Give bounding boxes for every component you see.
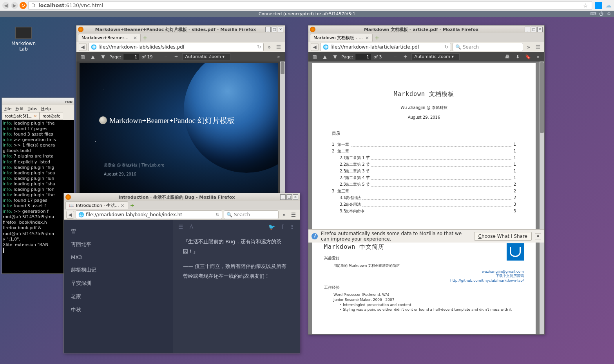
- sidebar-item[interactable]: 再回北平: [64, 238, 173, 251]
- zoom-in-icon[interactable]: +: [172, 53, 180, 60]
- url-bar[interactable]: 🌐 file:///markdown-lab/book/_book/index.…: [76, 210, 222, 219]
- url-bar[interactable]: 🌐 file:///markdown-lab/slides/slides.pdf…: [88, 43, 264, 51]
- tab-close-icon[interactable]: ✕: [133, 35, 137, 41]
- desktop-icon-markdown-lab[interactable]: Markdown Lab: [8, 27, 39, 52]
- page-number-input[interactable]: [355, 54, 371, 60]
- scrollbar[interactable]: [280, 62, 285, 209]
- download-icon[interactable]: ⬇: [514, 53, 522, 60]
- vnc-power-icon[interactable]: ⏻: [598, 11, 604, 17]
- minimize-button[interactable]: _: [525, 27, 530, 32]
- terminal-tab-1[interactable]: root@afc5f1...✕: [2, 112, 40, 120]
- window-titlebar[interactable]: Introduction · 生活不止眼前的 Bug - Mozilla Fir…: [64, 193, 300, 201]
- new-tab-button[interactable]: +: [129, 202, 136, 208]
- menu-edit[interactable]: Edit: [15, 106, 24, 111]
- tab-close-icon[interactable]: ✕: [34, 114, 37, 118]
- new-tab-button[interactable]: +: [373, 34, 380, 41]
- overflow-button[interactable]: »: [280, 211, 288, 219]
- font-icon[interactable]: A: [190, 224, 194, 230]
- terminal-tabs: root@afc5f1...✕ root@afc: [2, 112, 74, 120]
- search-bar[interactable]: 🔍 Search: [224, 210, 279, 219]
- resume-link[interactable]: 下载中文简历源码: [324, 273, 524, 279]
- zoom-select[interactable]: Automatic Zoom ▾: [182, 53, 230, 60]
- vnc-settings-icon[interactable]: ⚙: [606, 11, 612, 17]
- chrome-extension-icon[interactable]: [595, 2, 602, 9]
- terminal-titlebar[interactable]: roo: [2, 98, 74, 105]
- browser-tab[interactable]: 📖 Introduction · 生活... ✕: [65, 201, 128, 209]
- chrome-back-button[interactable]: ◀: [2, 2, 9, 9]
- close-button[interactable]: ✕: [278, 27, 283, 32]
- pdf-viewport[interactable]: Markdown 文档模板 Wu Zhangjin @ 泰晓科技 August …: [308, 62, 544, 334]
- menu-help[interactable]: Help: [41, 106, 51, 111]
- terminal-tab-2[interactable]: root@afc: [40, 112, 63, 120]
- maximize-button[interactable]: □: [531, 27, 536, 32]
- chrome-url-bar[interactable]: 🗋 localhost:6130/vnc.html ☆: [28, 1, 592, 10]
- choose-share-button[interactable]: Choose What I Share: [474, 232, 532, 241]
- close-button[interactable]: ✕: [537, 27, 543, 32]
- window-titlebar[interactable]: Markdown 文档模板 - article.pdf - Mozilla Fi…: [308, 25, 544, 33]
- zoom-out-icon[interactable]: −: [162, 53, 170, 60]
- toc-row: 3.2命令用法3: [332, 201, 516, 208]
- share-icon[interactable]: ⇪: [290, 224, 294, 230]
- chrome-forward-button[interactable]: ▶: [11, 2, 18, 9]
- menu-button[interactable]: ☰: [275, 43, 283, 51]
- vnc-keyboard-icon[interactable]: ⌨: [590, 11, 596, 17]
- print-icon[interactable]: 🖶: [504, 53, 511, 60]
- url-bar[interactable]: 🌐 file:///markdown-lab/article/article.p…: [320, 43, 451, 51]
- back-button[interactable]: ◀: [79, 43, 87, 51]
- overflow-button[interactable]: »: [525, 43, 532, 51]
- pdf-tools-icon[interactable]: »: [275, 53, 283, 60]
- menu-button[interactable]: ☰: [534, 43, 542, 51]
- close-button[interactable]: ✕: [293, 194, 298, 200]
- back-button[interactable]: ◀: [311, 43, 319, 51]
- reload-icon[interactable]: ↻: [444, 44, 448, 50]
- overflow-button[interactable]: »: [265, 43, 273, 51]
- chrome-reload-button[interactable]: ↻: [20, 2, 27, 9]
- pdf-tools-icon[interactable]: »: [534, 53, 542, 60]
- hamburger-icon[interactable]: ☰: [178, 224, 183, 230]
- sidebar-item[interactable]: 雪: [64, 225, 173, 238]
- scrollbar[interactable]: [540, 62, 544, 334]
- menu-tabs[interactable]: Tabs: [28, 106, 37, 111]
- pdf-viewport[interactable]: Markdown+Beamer+Pandoc 幻灯片模板 吴章金 @ 泰晓科技 …: [76, 62, 285, 209]
- new-tab-button[interactable]: +: [141, 34, 149, 41]
- facebook-icon[interactable]: f: [281, 224, 283, 230]
- maximize-button[interactable]: □: [286, 194, 292, 200]
- page-number-input[interactable]: [123, 54, 139, 60]
- menu-file[interactable]: File: [4, 106, 11, 111]
- sidebar-item[interactable]: 早安深圳: [64, 277, 173, 290]
- browser-tab[interactable]: Markdown+Beamer+... ✕: [78, 34, 141, 42]
- sidebar-item[interactable]: 中秋: [64, 303, 173, 317]
- sidebar-item[interactable]: 爬梧桐山记: [64, 263, 173, 277]
- minimize-button[interactable]: _: [280, 194, 286, 200]
- maximize-button[interactable]: □: [272, 27, 277, 32]
- zoom-select[interactable]: Automatic Zoom ▾: [411, 53, 460, 60]
- menu-button[interactable]: ☰: [290, 211, 297, 219]
- reload-icon[interactable]: ↻: [257, 44, 261, 50]
- window-titlebar[interactable]: Markdown+Beamer+Pandoc 幻灯片模板 - slides.pd…: [76, 25, 285, 33]
- page-up-icon[interactable]: ▲: [321, 53, 329, 60]
- reload-icon[interactable]: ↻: [216, 212, 219, 217]
- page-down-icon[interactable]: ▼: [331, 53, 339, 60]
- back-button[interactable]: ◀: [66, 211, 74, 219]
- bookmark-icon[interactable]: 🔖: [524, 53, 532, 60]
- sidebar-item[interactable]: MX3: [64, 251, 173, 263]
- bookmark-star-icon[interactable]: ☆: [583, 2, 589, 9]
- tab-close-icon[interactable]: ✕: [121, 203, 125, 208]
- page-down-icon[interactable]: ▼: [99, 53, 107, 60]
- resume-link[interactable]: http://github.com/tinyclub/markdown-lab/: [324, 279, 524, 283]
- sidebar-toggle-icon[interactable]: ▥: [79, 53, 87, 60]
- sidebar-toggle-icon[interactable]: ▥: [311, 53, 319, 60]
- minimize-button[interactable]: _: [265, 27, 271, 32]
- notification-close-icon[interactable]: ✕: [535, 233, 541, 239]
- gitbook-toolbar: ☰ A 🐦 f ⇪: [173, 220, 300, 234]
- tab-close-icon[interactable]: ✕: [365, 35, 369, 41]
- page-up-icon[interactable]: ▲: [89, 53, 97, 60]
- resume-link[interactable]: wuzhangjin@gmail.com: [324, 270, 524, 273]
- twitter-icon[interactable]: 🐦: [268, 224, 275, 230]
- zoom-in-icon[interactable]: +: [401, 53, 409, 60]
- chrome-cloud-icon[interactable]: ☁: [605, 2, 612, 9]
- search-bar[interactable]: 🔍 Search: [453, 43, 523, 51]
- browser-tab[interactable]: Markdown 文档模板 - a... ✕: [310, 34, 373, 42]
- sidebar-item[interactable]: 老家: [64, 290, 173, 303]
- zoom-out-icon[interactable]: −: [391, 53, 399, 60]
